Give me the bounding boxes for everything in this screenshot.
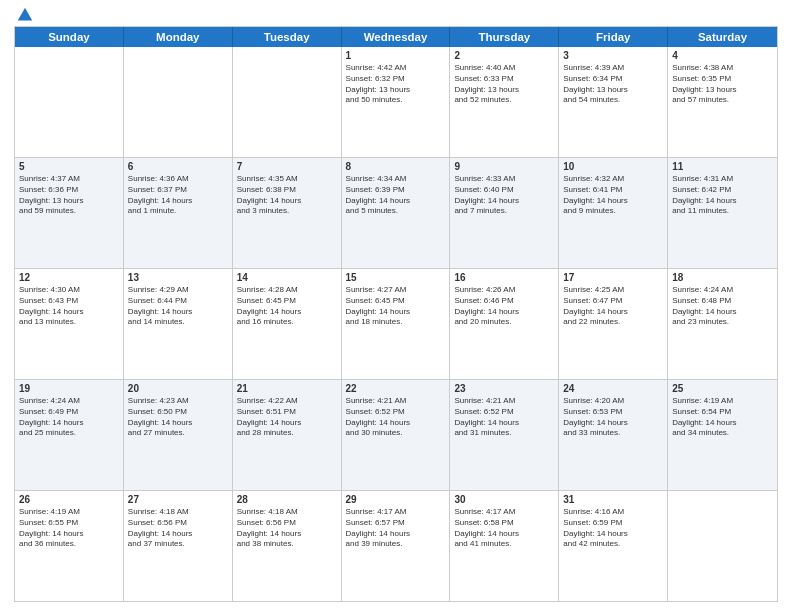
svg-marker-0 (18, 8, 32, 21)
day-info: Sunrise: 4:18 AM Sunset: 6:56 PM Dayligh… (128, 507, 228, 550)
day-info: Sunrise: 4:23 AM Sunset: 6:50 PM Dayligh… (128, 396, 228, 439)
day-info: Sunrise: 4:29 AM Sunset: 6:44 PM Dayligh… (128, 285, 228, 328)
calendar-cell-0-5: 3Sunrise: 4:39 AM Sunset: 6:34 PM Daylig… (559, 47, 668, 157)
day-number: 7 (237, 161, 337, 172)
calendar-row-3: 19Sunrise: 4:24 AM Sunset: 6:49 PM Dayli… (15, 380, 777, 491)
calendar-cell-1-3: 8Sunrise: 4:34 AM Sunset: 6:39 PM Daylig… (342, 158, 451, 268)
day-number: 28 (237, 494, 337, 505)
calendar-row-1: 5Sunrise: 4:37 AM Sunset: 6:36 PM Daylig… (15, 158, 777, 269)
day-number: 30 (454, 494, 554, 505)
calendar: SundayMondayTuesdayWednesdayThursdayFrid… (14, 26, 778, 602)
calendar-cell-2-1: 13Sunrise: 4:29 AM Sunset: 6:44 PM Dayli… (124, 269, 233, 379)
weekday-header-wednesday: Wednesday (342, 27, 451, 47)
calendar-cell-3-4: 23Sunrise: 4:21 AM Sunset: 6:52 PM Dayli… (450, 380, 559, 490)
day-info: Sunrise: 4:26 AM Sunset: 6:46 PM Dayligh… (454, 285, 554, 328)
day-info: Sunrise: 4:22 AM Sunset: 6:51 PM Dayligh… (237, 396, 337, 439)
day-number: 20 (128, 383, 228, 394)
calendar-cell-4-1: 27Sunrise: 4:18 AM Sunset: 6:56 PM Dayli… (124, 491, 233, 601)
calendar-cell-2-2: 14Sunrise: 4:28 AM Sunset: 6:45 PM Dayli… (233, 269, 342, 379)
day-info: Sunrise: 4:27 AM Sunset: 6:45 PM Dayligh… (346, 285, 446, 328)
weekday-header-monday: Monday (124, 27, 233, 47)
day-info: Sunrise: 4:21 AM Sunset: 6:52 PM Dayligh… (454, 396, 554, 439)
day-number: 24 (563, 383, 663, 394)
calendar-cell-4-0: 26Sunrise: 4:19 AM Sunset: 6:55 PM Dayli… (15, 491, 124, 601)
calendar-cell-1-1: 6Sunrise: 4:36 AM Sunset: 6:37 PM Daylig… (124, 158, 233, 268)
calendar-cell-4-4: 30Sunrise: 4:17 AM Sunset: 6:58 PM Dayli… (450, 491, 559, 601)
calendar-cell-0-2 (233, 47, 342, 157)
page: SundayMondayTuesdayWednesdayThursdayFrid… (0, 0, 792, 612)
day-info: Sunrise: 4:32 AM Sunset: 6:41 PM Dayligh… (563, 174, 663, 217)
calendar-row-2: 12Sunrise: 4:30 AM Sunset: 6:43 PM Dayli… (15, 269, 777, 380)
day-info: Sunrise: 4:16 AM Sunset: 6:59 PM Dayligh… (563, 507, 663, 550)
calendar-cell-3-0: 19Sunrise: 4:24 AM Sunset: 6:49 PM Dayli… (15, 380, 124, 490)
calendar-cell-4-6 (668, 491, 777, 601)
calendar-cell-4-5: 31Sunrise: 4:16 AM Sunset: 6:59 PM Dayli… (559, 491, 668, 601)
calendar-cell-1-5: 10Sunrise: 4:32 AM Sunset: 6:41 PM Dayli… (559, 158, 668, 268)
day-number: 3 (563, 50, 663, 61)
day-info: Sunrise: 4:17 AM Sunset: 6:58 PM Dayligh… (454, 507, 554, 550)
day-info: Sunrise: 4:35 AM Sunset: 6:38 PM Dayligh… (237, 174, 337, 217)
day-info: Sunrise: 4:24 AM Sunset: 6:48 PM Dayligh… (672, 285, 773, 328)
day-number: 26 (19, 494, 119, 505)
day-info: Sunrise: 4:19 AM Sunset: 6:55 PM Dayligh… (19, 507, 119, 550)
calendar-cell-3-3: 22Sunrise: 4:21 AM Sunset: 6:52 PM Dayli… (342, 380, 451, 490)
calendar-cell-4-3: 29Sunrise: 4:17 AM Sunset: 6:57 PM Dayli… (342, 491, 451, 601)
day-info: Sunrise: 4:17 AM Sunset: 6:57 PM Dayligh… (346, 507, 446, 550)
calendar-cell-2-6: 18Sunrise: 4:24 AM Sunset: 6:48 PM Dayli… (668, 269, 777, 379)
calendar-cell-1-6: 11Sunrise: 4:31 AM Sunset: 6:42 PM Dayli… (668, 158, 777, 268)
day-info: Sunrise: 4:31 AM Sunset: 6:42 PM Dayligh… (672, 174, 773, 217)
calendar-cell-3-6: 25Sunrise: 4:19 AM Sunset: 6:54 PM Dayli… (668, 380, 777, 490)
day-number: 23 (454, 383, 554, 394)
calendar-row-4: 26Sunrise: 4:19 AM Sunset: 6:55 PM Dayli… (15, 491, 777, 601)
calendar-cell-2-4: 16Sunrise: 4:26 AM Sunset: 6:46 PM Dayli… (450, 269, 559, 379)
day-number: 21 (237, 383, 337, 394)
day-info: Sunrise: 4:42 AM Sunset: 6:32 PM Dayligh… (346, 63, 446, 106)
day-info: Sunrise: 4:36 AM Sunset: 6:37 PM Dayligh… (128, 174, 228, 217)
calendar-cell-3-2: 21Sunrise: 4:22 AM Sunset: 6:51 PM Dayli… (233, 380, 342, 490)
calendar-body: 1Sunrise: 4:42 AM Sunset: 6:32 PM Daylig… (15, 47, 777, 601)
day-info: Sunrise: 4:40 AM Sunset: 6:33 PM Dayligh… (454, 63, 554, 106)
weekday-header-saturday: Saturday (668, 27, 777, 47)
day-info: Sunrise: 4:28 AM Sunset: 6:45 PM Dayligh… (237, 285, 337, 328)
day-number: 12 (19, 272, 119, 283)
calendar-cell-4-2: 28Sunrise: 4:18 AM Sunset: 6:56 PM Dayli… (233, 491, 342, 601)
calendar-cell-1-0: 5Sunrise: 4:37 AM Sunset: 6:36 PM Daylig… (15, 158, 124, 268)
calendar-cell-0-1 (124, 47, 233, 157)
header (14, 10, 778, 20)
calendar-cell-0-3: 1Sunrise: 4:42 AM Sunset: 6:32 PM Daylig… (342, 47, 451, 157)
day-info: Sunrise: 4:37 AM Sunset: 6:36 PM Dayligh… (19, 174, 119, 217)
day-number: 27 (128, 494, 228, 505)
day-number: 15 (346, 272, 446, 283)
day-number: 1 (346, 50, 446, 61)
day-number: 6 (128, 161, 228, 172)
day-number: 18 (672, 272, 773, 283)
calendar-cell-0-4: 2Sunrise: 4:40 AM Sunset: 6:33 PM Daylig… (450, 47, 559, 157)
day-number: 22 (346, 383, 446, 394)
weekday-header-tuesday: Tuesday (233, 27, 342, 47)
day-number: 5 (19, 161, 119, 172)
calendar-cell-0-6: 4Sunrise: 4:38 AM Sunset: 6:35 PM Daylig… (668, 47, 777, 157)
day-number: 13 (128, 272, 228, 283)
weekday-header-friday: Friday (559, 27, 668, 47)
day-info: Sunrise: 4:33 AM Sunset: 6:40 PM Dayligh… (454, 174, 554, 217)
day-info: Sunrise: 4:34 AM Sunset: 6:39 PM Dayligh… (346, 174, 446, 217)
logo-icon (16, 6, 34, 24)
logo (14, 10, 34, 20)
day-number: 31 (563, 494, 663, 505)
day-number: 29 (346, 494, 446, 505)
calendar-cell-3-1: 20Sunrise: 4:23 AM Sunset: 6:50 PM Dayli… (124, 380, 233, 490)
day-number: 11 (672, 161, 773, 172)
weekday-header-sunday: Sunday (15, 27, 124, 47)
day-info: Sunrise: 4:18 AM Sunset: 6:56 PM Dayligh… (237, 507, 337, 550)
day-number: 10 (563, 161, 663, 172)
calendar-cell-2-5: 17Sunrise: 4:25 AM Sunset: 6:47 PM Dayli… (559, 269, 668, 379)
day-info: Sunrise: 4:25 AM Sunset: 6:47 PM Dayligh… (563, 285, 663, 328)
calendar-row-0: 1Sunrise: 4:42 AM Sunset: 6:32 PM Daylig… (15, 47, 777, 158)
day-number: 9 (454, 161, 554, 172)
day-info: Sunrise: 4:20 AM Sunset: 6:53 PM Dayligh… (563, 396, 663, 439)
day-number: 16 (454, 272, 554, 283)
weekday-header-thursday: Thursday (450, 27, 559, 47)
calendar-header: SundayMondayTuesdayWednesdayThursdayFrid… (15, 27, 777, 47)
calendar-cell-0-0 (15, 47, 124, 157)
calendar-cell-1-2: 7Sunrise: 4:35 AM Sunset: 6:38 PM Daylig… (233, 158, 342, 268)
